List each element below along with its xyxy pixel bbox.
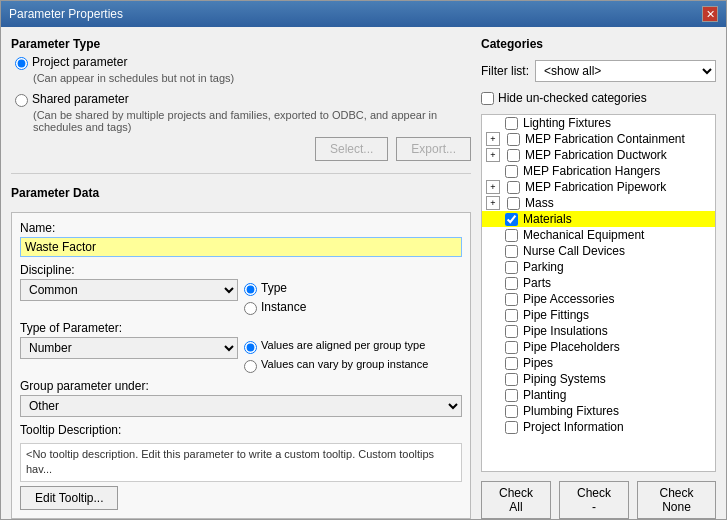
values-aligned-radio[interactable] <box>244 341 257 354</box>
discipline-label: Discipline: <box>20 263 238 277</box>
cat-label-project-information: Project Information <box>523 420 624 434</box>
type-radio-label: Type <box>261 281 287 295</box>
category-item-pipe-fittings[interactable]: Pipe Fittings <box>482 307 715 323</box>
checkbox-pipe-placeholders[interactable] <box>505 341 518 354</box>
checkbox-pipes[interactable] <box>505 357 518 370</box>
checkbox-lighting-fixtures[interactable] <box>505 117 518 130</box>
close-button[interactable]: ✕ <box>702 6 718 22</box>
export-button[interactable]: Export... <box>396 137 471 161</box>
cat-label-pipe-insulations: Pipe Insulations <box>523 324 608 338</box>
checkbox-mep-fab-pipework[interactable] <box>507 181 520 194</box>
parameter-data-label: Parameter Data <box>11 186 471 200</box>
category-item-mep-fab-hangers[interactable]: MEP Fabrication Hangers <box>482 163 715 179</box>
tooltip-section: Tooltip Description: <No tooltip descrip… <box>20 423 462 510</box>
type-param-row: Type of Parameter: Number Values are ali… <box>20 321 462 373</box>
cat-label-mep-fab-pipework: MEP Fabrication Pipework <box>525 180 666 194</box>
expander-mep-fab-pipework[interactable]: + <box>486 180 500 194</box>
expander-mass[interactable]: + <box>486 196 500 210</box>
instance-radio-item: Instance <box>244 300 462 315</box>
checkbox-planting[interactable] <box>505 389 518 402</box>
filter-select[interactable]: <show all> <box>535 60 716 82</box>
category-item-mep-fab-ductwork[interactable]: +MEP Fabrication Ductwork <box>482 147 715 163</box>
tooltip-label: Tooltip Description: <box>20 423 462 437</box>
category-item-nurse-call-devices[interactable]: Nurse Call Devices <box>482 243 715 259</box>
cat-label-pipes: Pipes <box>523 356 553 370</box>
checkbox-materials[interactable] <box>505 213 518 226</box>
category-item-pipe-insulations[interactable]: Pipe Insulations <box>482 323 715 339</box>
categories-list: Lighting Fixtures+MEP Fabrication Contai… <box>481 114 716 472</box>
left-panel: Parameter Type Project parameter (Can ap… <box>11 37 471 519</box>
category-item-parts[interactable]: Parts <box>482 275 715 291</box>
check-none-button[interactable]: Check None <box>637 481 716 519</box>
category-item-mass[interactable]: +Mass <box>482 195 715 211</box>
expander-mep-fab-containment[interactable]: + <box>486 132 500 146</box>
check-all-button[interactable]: Check All <box>481 481 551 519</box>
checkbox-mass[interactable] <box>507 197 520 210</box>
category-item-pipe-accessories[interactable]: Pipe Accessories <box>482 291 715 307</box>
discipline-select[interactable]: Common <box>20 279 238 301</box>
category-item-project-information[interactable]: Project Information <box>482 419 715 435</box>
checkbox-plumbing-fixtures[interactable] <box>505 405 518 418</box>
parameter-properties-dialog: Parameter Properties ✕ Parameter Type Pr… <box>0 0 727 520</box>
values-vary-item: Values can vary by group instance <box>244 358 462 373</box>
filter-list-label: Filter list: <box>481 64 529 78</box>
category-item-mep-fab-containment[interactable]: +MEP Fabrication Containment <box>482 131 715 147</box>
cat-label-mass: Mass <box>525 196 554 210</box>
name-input[interactable]: Waste Factor <box>20 237 462 257</box>
checkbox-parts[interactable] <box>505 277 518 290</box>
dialog-body: Parameter Type Project parameter (Can ap… <box>1 27 726 520</box>
type-of-param-select[interactable]: Number <box>20 337 238 359</box>
discipline-group: Discipline: Common <box>20 263 238 301</box>
checkbox-pipe-insulations[interactable] <box>505 325 518 338</box>
shared-param-radio[interactable] <box>15 94 28 107</box>
edit-tooltip-button[interactable]: Edit Tooltip... <box>20 486 118 510</box>
type-radio[interactable] <box>244 283 257 296</box>
shared-param-label: Shared parameter <box>32 92 129 106</box>
category-item-plumbing-fixtures[interactable]: Plumbing Fixtures <box>482 403 715 419</box>
category-item-parking[interactable]: Parking <box>482 259 715 275</box>
checkbox-mechanical-equipment[interactable] <box>505 229 518 242</box>
checkbox-nurse-call-devices[interactable] <box>505 245 518 258</box>
type-of-param-label: Type of Parameter: <box>20 321 238 335</box>
project-param-radio[interactable] <box>15 57 28 70</box>
category-item-pipes[interactable]: Pipes <box>482 355 715 371</box>
cat-label-pipe-accessories: Pipe Accessories <box>523 292 614 306</box>
type-instance-group: Type Instance <box>244 263 462 315</box>
dialog-title: Parameter Properties <box>9 7 123 21</box>
hide-unchecked-row: Hide un-checked categories <box>481 91 716 105</box>
expander-mep-fab-ductwork[interactable]: + <box>486 148 500 162</box>
instance-radio[interactable] <box>244 302 257 315</box>
category-item-mep-fab-pipework[interactable]: +MEP Fabrication Pipework <box>482 179 715 195</box>
checkbox-piping-systems[interactable] <box>505 373 518 386</box>
group-param-label: Group parameter under: <box>20 379 462 393</box>
checkbox-pipe-accessories[interactable] <box>505 293 518 306</box>
cat-label-parking: Parking <box>523 260 564 274</box>
title-bar: Parameter Properties ✕ <box>1 1 726 27</box>
values-vary-radio[interactable] <box>244 360 257 373</box>
cat-label-piping-systems: Piping Systems <box>523 372 606 386</box>
checkbox-mep-fab-hangers[interactable] <box>505 165 518 178</box>
hide-unchecked-checkbox[interactable] <box>481 92 494 105</box>
group-param-group: Group parameter under: Other <box>20 379 462 417</box>
filter-row: Filter list: <show all> <box>481 60 716 82</box>
category-item-piping-systems[interactable]: Piping Systems <box>482 371 715 387</box>
cat-label-plumbing-fixtures: Plumbing Fixtures <box>523 404 619 418</box>
checkbox-project-information[interactable] <box>505 421 518 434</box>
parameter-type-label: Parameter Type <box>11 37 471 51</box>
checkbox-mep-fab-containment[interactable] <box>507 133 520 146</box>
select-button[interactable]: Select... <box>315 137 388 161</box>
checkbox-pipe-fittings[interactable] <box>505 309 518 322</box>
category-item-materials[interactable]: Materials <box>482 211 715 227</box>
group-param-select[interactable]: Other <box>20 395 462 417</box>
shared-param-radio-item: Shared parameter <box>15 92 467 107</box>
cat-label-nurse-call-devices: Nurse Call Devices <box>523 244 625 258</box>
checkbox-parking[interactable] <box>505 261 518 274</box>
category-item-mechanical-equipment[interactable]: Mechanical Equipment <box>482 227 715 243</box>
category-item-planting[interactable]: Planting <box>482 387 715 403</box>
category-item-lighting-fixtures[interactable]: Lighting Fixtures <box>482 115 715 131</box>
cat-label-lighting-fixtures: Lighting Fixtures <box>523 116 611 130</box>
checkbox-mep-fab-ductwork[interactable] <box>507 149 520 162</box>
check-dash-button[interactable]: Check - <box>559 481 629 519</box>
tooltip-text: <No tooltip description. Edit this param… <box>20 443 462 482</box>
category-item-pipe-placeholders[interactable]: Pipe Placeholders <box>482 339 715 355</box>
